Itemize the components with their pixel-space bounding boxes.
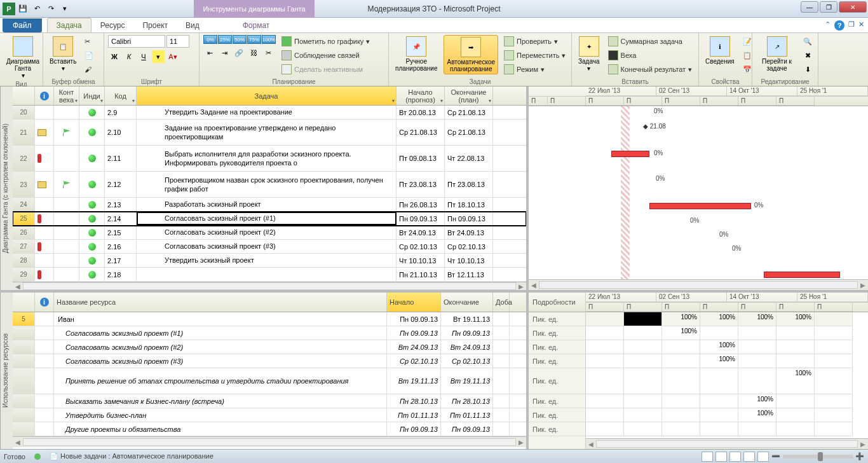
usage-row[interactable]: 100% (586, 340, 868, 354)
deliverable-button[interactable]: Конечный результат ▾ (606, 63, 695, 76)
information-button[interactable]: ℹСведения (703, 35, 737, 66)
redo-icon[interactable]: ↷ (44, 3, 57, 15)
pct-100[interactable]: 100% (262, 35, 276, 44)
pct-25[interactable]: 25% (218, 35, 232, 44)
summary-task-button[interactable]: Суммарная задача (606, 35, 695, 48)
inactivate-button[interactable]: Сделать неактивным (280, 63, 372, 76)
col-indicator[interactable]: Инди▾ (79, 86, 105, 105)
italic-button[interactable]: К (123, 50, 135, 63)
view-gantt-icon[interactable] (702, 452, 713, 462)
pct-0[interactable]: 0% (203, 35, 217, 44)
mark-on-track-button[interactable]: Пометить по графику ▾ (280, 35, 372, 48)
tab-project[interactable]: Проект (133, 18, 177, 32)
resource-row[interactable]: Согласовать эскизный проект (#2) Вт 24.0… (13, 340, 526, 354)
task-row[interactable]: 26 2.15 Согласовать эскизный проект (#2)… (13, 226, 526, 240)
notes-button[interactable]: 📝 (741, 35, 754, 48)
inspect-button[interactable]: Проверить ▾ (502, 35, 567, 48)
zoom-out-icon[interactable]: ➖ (771, 452, 780, 460)
bottom-view-label[interactable]: Использование ресурсов (0, 293, 13, 449)
details-button[interactable]: 📋 (741, 49, 754, 62)
qat-more-icon[interactable]: ▾ (58, 3, 71, 15)
format-painter-button[interactable]: 🖌 (83, 63, 95, 76)
maximize-button[interactable]: ❐ (820, 1, 837, 13)
col-finish-bottom[interactable]: Окончание (441, 293, 493, 312)
insert-task-button[interactable]: ✦Задача▾ (576, 35, 602, 73)
copy-button[interactable]: 📄 (83, 49, 95, 62)
view-usage-icon[interactable] (715, 452, 727, 462)
col-finish[interactable]: Окончание (план)▾ (445, 86, 493, 105)
usage-row[interactable]: 100% (586, 326, 868, 340)
help-icon[interactable]: ? (834, 20, 844, 31)
bottom-grid-hscroll[interactable]: ◀▶ (13, 436, 526, 447)
task-row[interactable]: 27 2.16 Согласовать эскизный проект (#3)… (13, 240, 526, 254)
task-row[interactable]: 25 2.14 Согласовать эскизный проект (#1)… (13, 212, 526, 226)
task-row[interactable]: 24 2.13 Разработать эскизный проект Пн 2… (13, 198, 526, 212)
col-extra[interactable]: Доба (493, 293, 510, 312)
minimize-ribbon-icon[interactable]: ⌃ (825, 20, 831, 31)
minimize-button[interactable]: — (801, 1, 818, 13)
view-form-icon[interactable] (757, 452, 769, 462)
timeline-button[interactable]: 📅 (741, 63, 754, 76)
auto-schedule-button[interactable]: ➡Автоматическое планирование (444, 35, 498, 74)
underline-button[interactable]: Ч (137, 50, 150, 63)
usage-row[interactable] (586, 422, 868, 436)
task-row[interactable]: 22 2.11 Выбрать исполнителя для разработ… (13, 146, 526, 172)
respect-links-button[interactable]: Соблюдение связей (280, 49, 372, 62)
task-row[interactable]: 20 2.9 Утвердить Задание на проектирован… (13, 106, 526, 120)
outdent-button[interactable]: ⇤ (203, 46, 216, 59)
usage-hscroll[interactable]: ◀▶ (586, 438, 868, 449)
file-tab[interactable]: Файл (3, 18, 42, 32)
tab-resource[interactable]: Ресурс (92, 18, 134, 32)
close-window-icon[interactable]: ✕ (858, 20, 864, 31)
zoom-slider[interactable] (783, 455, 853, 459)
col-resource-name[interactable]: Название ресурса (54, 293, 387, 312)
resource-row[interactable]: Утвердить бизнес-план Пт 01.11.13 Пт 01.… (13, 408, 526, 422)
link-button[interactable]: 🔗 (233, 46, 245, 59)
resource-row[interactable]: Другие проекты и обязательства Пн 09.09.… (13, 422, 526, 436)
manual-schedule-button[interactable]: 📌Ручное планирование (393, 35, 440, 73)
task-row[interactable]: 23 2.12 Проектировщиком назван срок эски… (13, 172, 526, 198)
tab-format[interactable]: Формат (234, 18, 279, 32)
usage-row[interactable]: 100%100%100%100% (586, 312, 868, 326)
zoom-in-icon[interactable]: ➕ (855, 452, 864, 460)
usage-row[interactable]: 100% (586, 354, 868, 368)
resource-row[interactable]: Высказать замечания к Бизнес-плану (встр… (13, 394, 526, 408)
bgcolor-button[interactable]: ▾ (152, 50, 165, 63)
font-name-input[interactable] (108, 35, 165, 48)
clear-button[interactable]: ✖ (801, 49, 814, 62)
close-button[interactable]: ✕ (839, 1, 867, 13)
find-button[interactable]: 🔍 (801, 35, 814, 48)
move-button[interactable]: Переместить ▾ (502, 49, 567, 62)
gantt-bars[interactable]: 0% ◆ 21.08 0% 0% 0% 0% 0% 0% (529, 106, 868, 279)
undo-icon[interactable]: ↶ (31, 3, 43, 15)
pct-75[interactable]: 75% (247, 35, 261, 44)
pct-50[interactable]: 50% (233, 35, 247, 44)
resource-row[interactable]: 5 Иван Пн 09.09.13 Вт 19.11.13 (13, 312, 526, 326)
resource-row[interactable]: Согласовать эскизный проект (#1) Пн 09.0… (13, 326, 526, 340)
fill-button[interactable]: ⬇ (801, 63, 814, 76)
top-grid-hscroll[interactable]: ◀▶ (13, 282, 526, 290)
mode-button[interactable]: Режим ▾ (502, 63, 567, 76)
col-code[interactable]: Код▾ (105, 86, 137, 105)
usage-row[interactable]: 100% (586, 368, 868, 394)
font-size-input[interactable] (166, 35, 189, 48)
cut-button[interactable]: ✂ (83, 35, 95, 48)
paste-button[interactable]: 📋Вставить▾ (47, 35, 79, 73)
milestone-button[interactable]: Веха (606, 49, 695, 62)
details-header[interactable]: Подробности (529, 293, 585, 312)
indent-button[interactable]: ⇥ (218, 46, 231, 59)
usage-row[interactable]: 100% (586, 408, 868, 422)
tab-task[interactable]: Задача (47, 18, 92, 32)
task-row[interactable]: 21 2.10 Задание на проектирование утверж… (13, 120, 526, 146)
col-milestone[interactable]: Конт веха▾ (54, 86, 79, 105)
split-button[interactable]: ✂ (262, 46, 275, 59)
gantt-hscroll[interactable]: ◀▶ (529, 279, 868, 290)
top-view-label[interactable]: Диаграмма Ганта (с контролем отклонений) (0, 86, 13, 290)
unlink-button[interactable]: ⛓ (247, 46, 260, 59)
usage-row[interactable]: 100% (586, 394, 868, 408)
tab-view[interactable]: Вид (177, 18, 208, 32)
resource-row[interactable]: Принять решение об этапах строительства … (13, 368, 526, 394)
app-icon[interactable]: P (3, 3, 15, 15)
view-sheet-icon[interactable] (743, 452, 755, 462)
scroll-to-task-button[interactable]: ↗Перейти к задаче (756, 35, 797, 73)
